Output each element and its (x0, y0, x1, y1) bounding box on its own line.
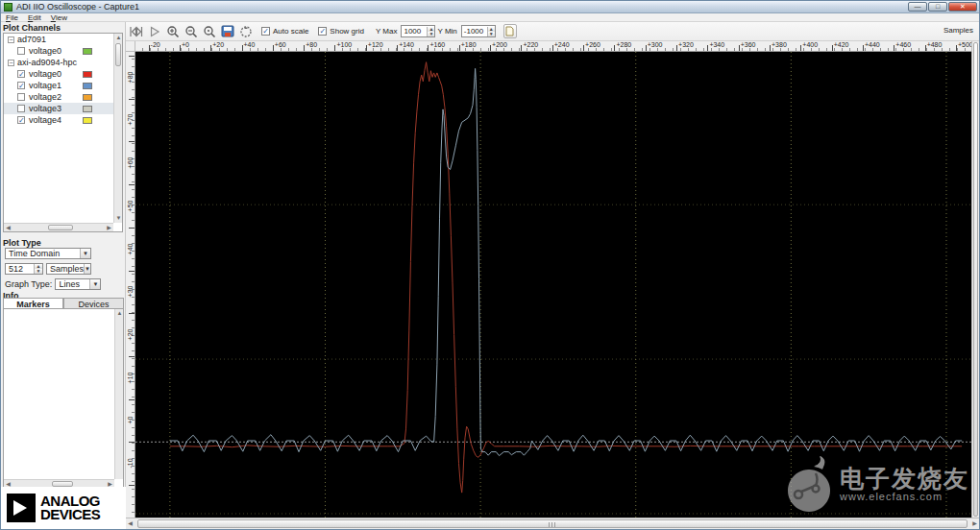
channel-color-swatch[interactable] (83, 117, 92, 124)
menu-bar: FileEditView (1, 13, 980, 22)
x-tick-label: +140 (399, 41, 414, 48)
x-tick-label: +400 (802, 41, 818, 48)
x-tick-label: +320 (678, 41, 694, 48)
capture-button[interactable] (128, 24, 144, 39)
channel-label: voltage2 (29, 92, 61, 102)
new-plot-button[interactable] (503, 24, 517, 38)
y-max-input[interactable]: 1000 ▲▼ (401, 25, 435, 37)
channel-checkbox[interactable]: ✓ (17, 82, 25, 89)
y-tick-label: +30 (127, 277, 134, 306)
channel-color-swatch[interactable] (83, 48, 92, 55)
plot-hscrollbar[interactable]: ◀ ▶ (126, 518, 979, 529)
y-tick-label: +20 (127, 320, 134, 349)
x-tick-label: +220 (523, 41, 538, 48)
channel-checkbox[interactable] (17, 47, 25, 55)
y-axis-ruler: -10+0+10+20+30+40+50+60+70+80+90 (126, 52, 135, 518)
y-min-input[interactable]: -1000 ▲▼ (461, 25, 496, 37)
window-title: ADI IIO Oscilloscope - Capture1 (16, 1, 908, 13)
y-max-value: 1000 (404, 27, 421, 36)
device-row-ad7091[interactable]: −ad7091 (4, 34, 113, 45)
domain-select-value: Time Domain (9, 249, 60, 258)
channel-color-swatch[interactable] (83, 94, 92, 101)
spin-down-icon[interactable]: ▼ (35, 269, 42, 274)
show-grid-checkbox[interactable]: ✓ (318, 27, 327, 36)
x-tick-label: +440 (865, 41, 880, 48)
sample-count-value: 512 (9, 264, 23, 274)
play-button[interactable] (146, 24, 162, 39)
maximize-button[interactable]: □ (928, 2, 947, 12)
x-tick-label: +280 (616, 41, 631, 48)
minimize-button[interactable]: — (908, 2, 927, 12)
channel-checkbox[interactable]: ✓ (17, 70, 25, 78)
x-tick-label: -20 (151, 41, 160, 48)
device-row-axi-ad9094-hpc[interactable]: −axi-ad9094-hpc (4, 57, 113, 68)
channel-tree-hscrollbar[interactable]: ◀ ▶ (4, 223, 113, 231)
zoom-in-button[interactable] (164, 24, 181, 39)
zoom-fit-button[interactable] (201, 24, 217, 39)
y-tick-label: +0 (127, 406, 134, 435)
channel-row-voltage4[interactable]: ✓voltage4 (4, 114, 113, 126)
plot-vscrollbar[interactable] (971, 41, 979, 518)
channel-label: voltage0 (29, 46, 61, 56)
channel-checkbox[interactable]: ✓ (17, 116, 25, 124)
channel-label: voltage1 (29, 81, 61, 90)
waveform-plot[interactable] (135, 52, 971, 518)
title-bar: ADI IIO Oscilloscope - Capture1 — □ ✕ (1, 1, 980, 13)
y-tick-label: +70 (127, 106, 134, 134)
channel-row-voltage2[interactable]: voltage2 (4, 91, 113, 103)
collapse-icon[interactable]: − (8, 60, 14, 66)
channel-row-voltage0[interactable]: ✓voltage0 (4, 68, 113, 80)
graph-type-value: Lines (59, 279, 80, 289)
channel-label: voltage3 (29, 104, 61, 113)
sample-unit-select[interactable]: Samples ▼ (46, 263, 91, 275)
domain-select[interactable]: Time Domain ▼ (5, 248, 91, 259)
adi-triangle-icon (7, 494, 36, 522)
markers-panel: ▲ ◀ ▶ (3, 308, 124, 489)
y-tick-label: +10 (127, 363, 134, 392)
graph-type-select[interactable]: Lines ▼ (55, 278, 101, 290)
channel-row-voltage0[interactable]: voltage0 (4, 45, 113, 57)
channel-row-voltage1[interactable]: ✓voltage1 (4, 80, 113, 91)
markers-vscrollbar[interactable]: ▲ (114, 309, 123, 479)
channel-tree: −ad7091voltage0−axi-ad9094-hpc✓voltage0✓… (3, 33, 123, 232)
x-tick-label: +500 (958, 41, 971, 48)
samples-axis-label: Samples (943, 26, 973, 35)
channel-row-voltage3[interactable]: voltage3 (4, 103, 113, 114)
x-tick-label: +160 (429, 41, 445, 48)
close-button[interactable]: ✕ (948, 2, 977, 12)
y-min-value: -1000 (464, 27, 483, 36)
channel-checkbox[interactable] (17, 105, 25, 112)
app-icon (4, 3, 12, 12)
x-axis-ruler: -20+0+20+40+60+80+100+120+140+160+180+20… (135, 41, 971, 52)
zoom-out-button[interactable] (183, 24, 199, 39)
fullscreen-button[interactable] (237, 24, 254, 39)
save-image-button[interactable] (219, 24, 235, 39)
sidebar: Plot Channels −ad7091voltage0−axi-ad9094… (1, 22, 126, 529)
x-tick-label: +120 (368, 41, 383, 48)
channel-tree-vscrollbar[interactable]: ▲ ▼ (113, 34, 122, 223)
menu-file[interactable]: File (1, 13, 23, 22)
auto-scale-label: Auto scale (273, 27, 308, 36)
y-tick-label: -10 (127, 449, 134, 478)
x-tick-label: +480 (927, 41, 943, 48)
x-tick-label: +300 (648, 41, 663, 48)
sample-unit-value: Samples (50, 264, 84, 274)
x-tick-label: +360 (741, 41, 756, 48)
sample-count-spinner[interactable]: 512 ▲▼ (5, 263, 43, 275)
trace-voltage0 (170, 62, 962, 493)
channel-color-swatch[interactable] (83, 71, 92, 78)
x-tick-label: +180 (461, 41, 477, 48)
x-tick-label: +240 (554, 41, 570, 48)
x-tick-label: +40 (244, 41, 256, 48)
collapse-icon[interactable]: − (8, 36, 14, 43)
auto-scale-checkbox[interactable]: ✓ (261, 27, 270, 36)
analog-devices-logo: ANALOG DEVICES (1, 487, 126, 529)
x-tick-label: +20 (212, 41, 224, 48)
menu-edit[interactable]: Edit (23, 13, 46, 22)
y-max-label: Y Max (376, 27, 398, 36)
channel-color-swatch[interactable] (83, 83, 92, 89)
channel-color-swatch[interactable] (83, 106, 92, 112)
channel-checkbox[interactable] (17, 93, 25, 101)
x-tick-label: +60 (275, 41, 286, 48)
menu-view[interactable]: View (46, 13, 72, 22)
